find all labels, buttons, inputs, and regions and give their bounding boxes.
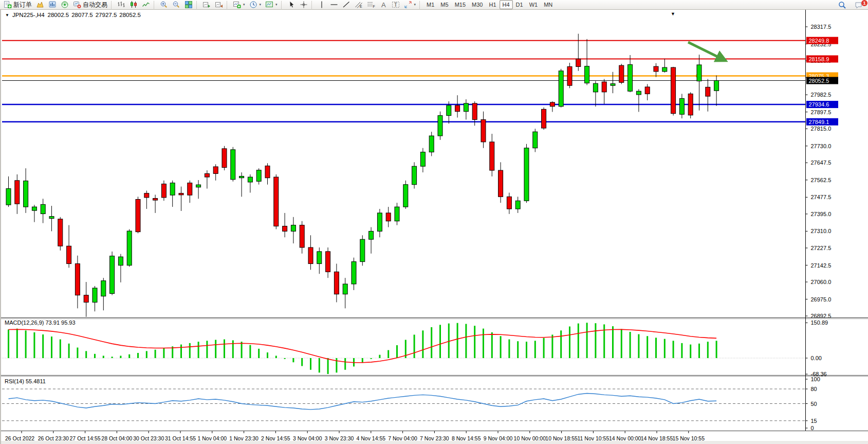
- timeframe-button-h1[interactable]: H1: [486, 0, 499, 9]
- chart-context-arrow-icon[interactable]: ▼: [5, 13, 9, 17]
- toolbar-right: 1: [836, 0, 865, 10]
- dropdown-arrow-icon: ▾: [243, 3, 245, 7]
- chart-shift-marker[interactable]: ▼: [671, 11, 675, 16]
- macd-bar: [33, 332, 35, 358]
- timeframe-button-w1[interactable]: W1: [526, 0, 541, 9]
- dropdown-arrow-icon: ▾: [414, 3, 416, 7]
- macd-bar: [638, 334, 639, 358]
- bar-close: 28052.5: [119, 12, 141, 18]
- toolbar-separator: [227, 1, 229, 9]
- candle: [274, 177, 279, 226]
- candle: [455, 105, 460, 112]
- notifications-button[interactable]: 1: [853, 0, 865, 10]
- navigator-button[interactable]: [46, 0, 59, 10]
- crosshair-button[interactable]: [298, 0, 310, 10]
- timeframe-button-h4[interactable]: H4: [500, 0, 513, 9]
- candle-chart-button[interactable]: [127, 0, 140, 10]
- macd-bar: [189, 343, 191, 358]
- autotrading-button[interactable]: 自动交易: [71, 0, 109, 10]
- candle: [127, 231, 132, 265]
- macd-bar: [51, 336, 52, 358]
- cursor-button[interactable]: [285, 0, 298, 10]
- price-axis-tick-label: 27395.0: [811, 211, 832, 217]
- macd-bar: [716, 341, 717, 358]
- candle: [628, 65, 633, 92]
- fibonacci-button[interactable]: F: [365, 0, 377, 10]
- candle: [93, 288, 97, 303]
- timeframe-button-m1[interactable]: M1: [423, 0, 437, 9]
- candle: [654, 66, 658, 72]
- macd-bar: [560, 330, 562, 358]
- candle: [498, 170, 503, 197]
- chart-canvas[interactable]: 28317.528232.528150.028067.527982.527897…: [1, 10, 868, 444]
- terminal-button[interactable]: [59, 0, 71, 10]
- horizontal-line-button[interactable]: [328, 0, 340, 10]
- new-order-button[interactable]: 新订单: [2, 0, 34, 10]
- candle: [196, 185, 201, 187]
- macd-bar: [68, 344, 70, 358]
- search-button[interactable]: [836, 0, 848, 10]
- periods-button[interactable]: ▾: [247, 0, 264, 10]
- time-axis-label: 10 Nov 00:00: [514, 435, 546, 441]
- chart-title: ▼ JPN225-,H4 28002.5 28077.5 27927.5 280…: [5, 12, 141, 18]
- macd-bar: [457, 323, 458, 358]
- candle: [697, 65, 701, 81]
- vertical-line-button[interactable]: [316, 0, 328, 10]
- time-axis-label: 7 Nov 04:00: [388, 435, 417, 441]
- candle: [420, 152, 425, 167]
- equidistant-channel-button[interactable]: E: [353, 0, 365, 10]
- templates-button[interactable]: ▾: [263, 0, 280, 10]
- time-axis-label: 2 Nov 14:55: [261, 435, 290, 441]
- price-axis-tick-label: 26975.0: [811, 296, 832, 303]
- timeframe-button-m30[interactable]: M30: [469, 0, 486, 9]
- macd-bar: [275, 356, 277, 358]
- timeframe-button-m15[interactable]: M15: [452, 0, 469, 9]
- time-axis-label: 4 Nov 14:55: [356, 435, 385, 441]
- timeframe-button-d1[interactable]: D1: [513, 0, 526, 9]
- candle: [300, 225, 304, 247]
- candle: [636, 91, 641, 95]
- candle: [15, 181, 20, 204]
- candle: [447, 105, 451, 116]
- price-axis-tick-label: 28317.5: [811, 24, 832, 30]
- chart-symbol-period: JPN225-,H4: [12, 12, 45, 18]
- macd-bar: [664, 339, 666, 358]
- tile-windows-button[interactable]: [182, 0, 195, 10]
- text-label-button[interactable]: T: [390, 0, 402, 10]
- bar-chart-button[interactable]: [115, 0, 127, 10]
- trend-arrow-annotation[interactable]: [688, 42, 725, 60]
- candle: [248, 177, 252, 182]
- macd-bar: [448, 324, 450, 358]
- timeframe-button-m5[interactable]: M5: [437, 0, 451, 9]
- text-button[interactable]: A: [377, 0, 390, 10]
- trendline-button[interactable]: [340, 0, 353, 10]
- candle: [645, 87, 650, 94]
- macd-bar: [690, 345, 691, 358]
- notification-badge: 1: [861, 0, 867, 6]
- candle: [490, 142, 494, 170]
- candle: [343, 284, 347, 294]
- zoom-out-button[interactable]: [170, 0, 182, 10]
- svg-text:A: A: [381, 1, 386, 9]
- candle: [49, 217, 54, 219]
- candle: [706, 87, 710, 96]
- macd-bar: [163, 348, 164, 358]
- macd-bar: [310, 358, 311, 370]
- zoom-in-button[interactable]: [158, 0, 170, 10]
- new-chart-button[interactable]: ▾: [231, 0, 247, 10]
- chart-shift-button[interactable]: [213, 0, 225, 10]
- time-axis-label: 14 Nov 18:55: [641, 435, 673, 441]
- arrows-button[interactable]: ▾: [402, 0, 418, 10]
- macd-bar: [371, 358, 372, 359]
- rsi-line: [9, 394, 717, 410]
- candle: [360, 239, 365, 261]
- timeframe-button-mn[interactable]: MN: [541, 0, 556, 9]
- time-axis-label: 14 Nov 00:00: [609, 435, 641, 441]
- candle: [317, 252, 322, 264]
- line-chart-button[interactable]: [140, 0, 152, 10]
- market-watch-button[interactable]: [34, 0, 46, 10]
- macd-bar: [474, 326, 475, 358]
- price-axis-tick-label: 26892.5: [811, 313, 832, 319]
- candle: [136, 200, 140, 232]
- auto-scroll-button[interactable]: [200, 0, 213, 10]
